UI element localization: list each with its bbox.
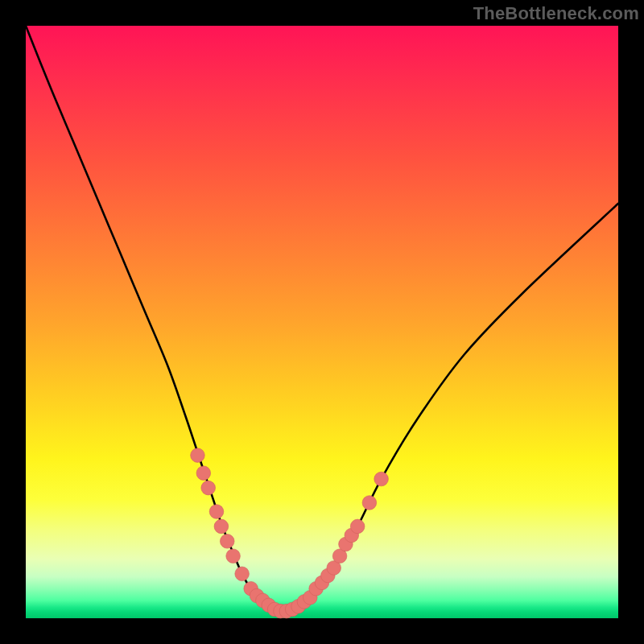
data-point <box>201 481 216 495</box>
data-point <box>362 496 377 510</box>
chart-svg <box>26 26 618 618</box>
watermark-text: TheBottleneck.com <box>473 3 639 24</box>
data-point <box>214 519 229 534</box>
data-point <box>196 466 211 481</box>
data-point <box>191 448 205 463</box>
data-point <box>235 567 250 581</box>
data-point <box>374 472 389 486</box>
data-point <box>220 535 234 549</box>
plot-area <box>26 26 618 618</box>
data-markers <box>191 448 389 618</box>
data-point <box>209 505 224 519</box>
chart-frame: TheBottleneck.com <box>0 0 644 644</box>
data-point <box>350 519 365 534</box>
data-point <box>226 549 241 564</box>
bottleneck-curve <box>26 26 618 612</box>
